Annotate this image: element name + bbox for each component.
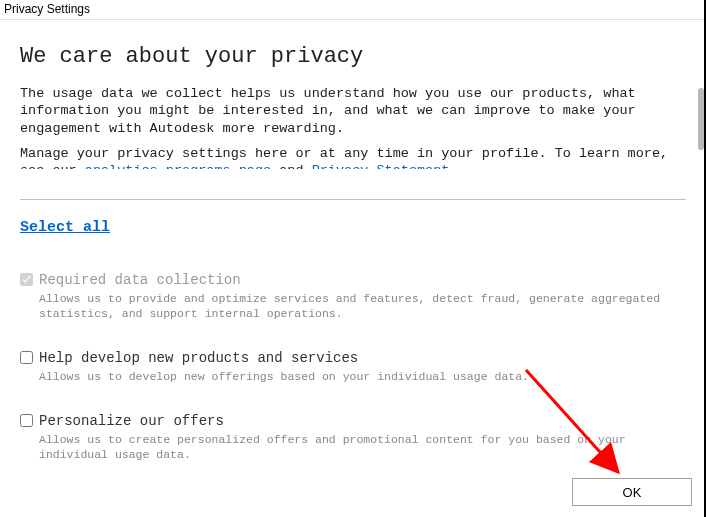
develop-title: Help develop new products and services	[39, 350, 358, 366]
personalize-checkbox[interactable]	[20, 414, 33, 427]
option-personalize: Personalize our offers Allows us to crea…	[20, 413, 686, 463]
privacy-statement-link[interactable]: Privacy Statement	[312, 163, 450, 175]
page-heading: We care about your privacy	[20, 44, 686, 69]
required-desc: Allows us to provide and optimize servic…	[39, 292, 686, 322]
required-title: Required data collection	[39, 272, 241, 288]
divider	[20, 199, 686, 200]
dialog-content: We care about your privacy The usage dat…	[0, 20, 706, 517]
required-checkbox	[20, 273, 33, 286]
intro-paragraph-1: The usage data we collect helps us under…	[20, 85, 686, 137]
select-all-link[interactable]: Select all	[20, 219, 110, 236]
personalize-desc: Allows us to create personalized offers …	[39, 433, 686, 463]
option-develop: Help develop new products and services A…	[20, 350, 686, 385]
intro2-text-pre: Manage your privacy settings here or at …	[20, 146, 668, 175]
ok-button[interactable]: OK	[572, 478, 692, 506]
intro-paragraph-2: Manage your privacy settings here or at …	[20, 145, 686, 175]
develop-checkbox[interactable]	[20, 351, 33, 364]
intro2-text-mid: and	[271, 163, 312, 175]
intro2-text-post: .	[449, 163, 457, 175]
window-title: Privacy Settings	[0, 0, 706, 20]
option-required: Required data collection Allows us to pr…	[20, 272, 686, 322]
develop-desc: Allows us to develop new offerings based…	[39, 370, 686, 385]
personalize-title: Personalize our offers	[39, 413, 224, 429]
analytics-programs-link[interactable]: analytics programs page	[85, 163, 271, 175]
